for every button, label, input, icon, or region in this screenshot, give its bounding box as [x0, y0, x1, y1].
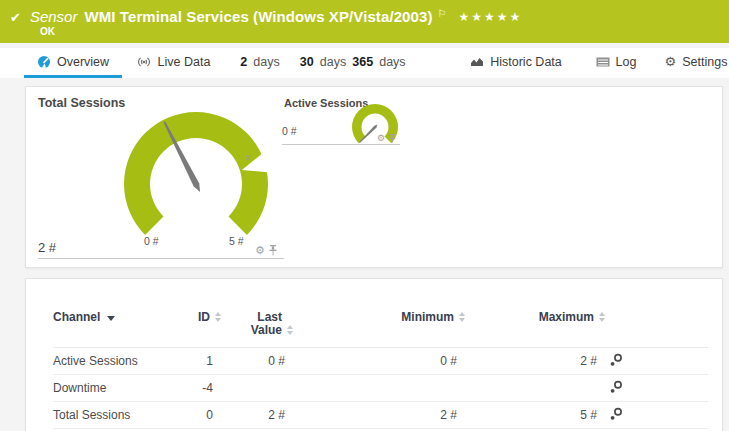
- column-header-minimum[interactable]: Minimum: [293, 311, 465, 324]
- sensor-kind-label: Sensor: [30, 8, 78, 25]
- status-badge: OK: [40, 26, 55, 37]
- sort-icon: [599, 312, 605, 322]
- total-sessions-current-value: 2 #: [38, 240, 56, 255]
- tab-number: 30: [300, 55, 314, 69]
- tab-settings[interactable]: ⚙ Settings: [664, 48, 728, 75]
- live-data-icon: [136, 56, 152, 68]
- tab-number: 2: [240, 55, 247, 69]
- tab-30-days[interactable]: 30 days: [296, 48, 350, 75]
- prtg-sensor-page: ✔ Sensor WMI Terminal Services (Windows …: [0, 0, 729, 431]
- active-sessions-current-value: 0 #: [282, 125, 297, 137]
- tab-unit: days: [253, 55, 279, 69]
- channel-id: 0: [181, 408, 221, 422]
- channel-last-value: 2 #: [221, 408, 293, 422]
- tab-number: 365: [352, 55, 373, 69]
- channels-table-panel: Channel ID Last Value Minimum Maximum: [25, 278, 723, 431]
- gear-icon[interactable]: ⚙: [255, 245, 265, 256]
- column-header-maximum[interactable]: Maximum: [465, 311, 605, 324]
- gauge-icon: [37, 55, 51, 69]
- channel-name: Total Sessions: [53, 408, 181, 422]
- priority-stars[interactable]: ★★★★★: [459, 10, 523, 24]
- channel-minimum: 2 #: [293, 408, 465, 422]
- channel-settings-icon[interactable]: [609, 380, 623, 394]
- table-header-row: Channel ID Last Value Minimum Maximum: [53, 279, 708, 348]
- column-header-channel[interactable]: Channel: [53, 311, 181, 324]
- gauge-scale-min: 0 #: [144, 235, 159, 247]
- column-header-last-value[interactable]: Last Value: [221, 311, 293, 337]
- check-icon: ✔: [10, 10, 21, 25]
- active-sessions-gauge: [345, 97, 405, 157]
- tab-label: Live Data: [158, 55, 211, 69]
- tab-historic-data[interactable]: Historic Data: [470, 48, 562, 75]
- column-label: Minimum: [401, 311, 454, 324]
- log-icon: [596, 57, 610, 67]
- gauges-panel: Total Sessions x 0 # 5 # 2 # ⚙ Active Se…: [25, 86, 723, 268]
- sort-icon: [287, 325, 293, 335]
- gear-icon[interactable]: ⚙: [377, 134, 385, 143]
- sort-desc-icon: [107, 316, 115, 321]
- tab-log[interactable]: Log: [592, 48, 640, 75]
- sensor-header: ✔ Sensor WMI Terminal Services (Windows …: [0, 0, 729, 43]
- column-label: Maximum: [539, 311, 594, 324]
- tab-365-days[interactable]: 365 days: [350, 48, 408, 75]
- column-label: ID: [198, 311, 210, 324]
- channel-name: Active Sessions: [53, 354, 181, 368]
- divider: [38, 258, 284, 259]
- tab-live-data[interactable]: Live Data: [134, 48, 212, 75]
- pin-icon[interactable]: [389, 134, 396, 143]
- page-title: WMI Terminal Services (Windows XP/Vista/…: [84, 8, 432, 25]
- tab-label: Settings: [682, 55, 727, 69]
- tab-label: Overview: [57, 55, 109, 69]
- column-label: Channel: [53, 311, 100, 324]
- channel-id: -4: [181, 381, 221, 395]
- tab-2-days[interactable]: 2 days: [236, 48, 284, 75]
- gauge-marker-x: x: [246, 152, 251, 162]
- channel-settings-icon[interactable]: [609, 407, 623, 421]
- gear-icon: ⚙: [665, 55, 677, 68]
- channel-maximum: 2 #: [465, 354, 605, 368]
- tab-label: Log: [616, 55, 637, 69]
- table-row: Downtime -4: [53, 375, 708, 402]
- channel-maximum: 5 #: [465, 408, 605, 422]
- pin-icon[interactable]: [269, 245, 277, 256]
- channel-last-value: 0 #: [221, 354, 293, 368]
- tab-bar: Overview Live Data 2 days 30 days 365 da…: [0, 48, 729, 78]
- channel-name: Downtime: [53, 381, 181, 395]
- channel-minimum: 0 #: [293, 354, 465, 368]
- tab-unit: days: [379, 55, 405, 69]
- tab-unit: days: [320, 55, 346, 69]
- divider: [282, 144, 400, 145]
- table-row: Active Sessions 1 0 # 0 # 2 #: [53, 348, 708, 375]
- flag-icon[interactable]: ⚐: [438, 8, 447, 19]
- channel-id: 1: [181, 354, 221, 368]
- gauge-scale-max: 5 #: [229, 235, 244, 247]
- channels-table: Channel ID Last Value Minimum Maximum: [53, 279, 708, 429]
- tab-label: Historic Data: [490, 55, 562, 69]
- column-header-id[interactable]: ID: [181, 311, 221, 324]
- column-label: Last Value: [240, 311, 282, 337]
- historic-data-icon: [470, 56, 484, 67]
- table-row: Total Sessions 0 2 # 2 # 5 #: [53, 402, 708, 429]
- tab-overview[interactable]: Overview: [24, 48, 122, 78]
- channel-settings-icon[interactable]: [609, 353, 623, 367]
